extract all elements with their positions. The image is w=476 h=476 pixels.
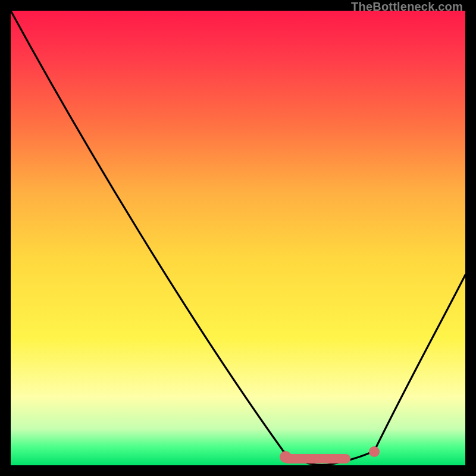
- chart-frame: TheBottleneck.com: [0, 0, 476, 476]
- optimum-bar: [283, 454, 350, 464]
- attribution-label: TheBottleneck.com: [351, 0, 463, 14]
- bottleneck-curve: [11, 11, 465, 465]
- optimum-start-cap: [280, 451, 292, 463]
- optimum-dot: [369, 446, 380, 457]
- plot-area: [11, 11, 465, 465]
- curve-path: [11, 11, 465, 465]
